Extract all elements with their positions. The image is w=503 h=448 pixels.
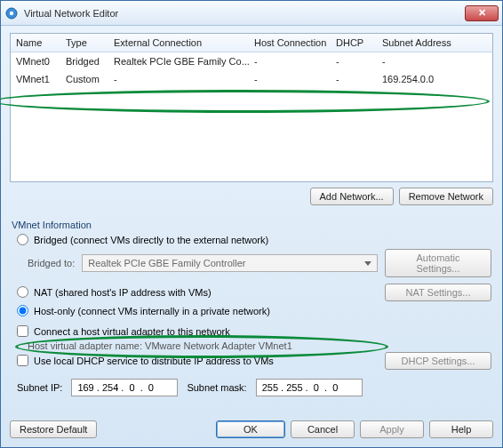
restore-default-button[interactable]: Restore Default: [10, 420, 97, 438]
dhcp-settings-button[interactable]: DHCP Settings...: [385, 352, 491, 370]
label-nat: NAT (shared host's IP address with VMs): [34, 287, 212, 298]
apply-button[interactable]: Apply: [360, 420, 424, 438]
subnet-ip-label: Subnet IP:: [17, 382, 62, 393]
label-bridged: Bridged (connect VMs directly to the ext…: [34, 235, 268, 245]
help-button[interactable]: Help: [429, 420, 493, 438]
col-subnet-address[interactable]: Subnet Address: [382, 37, 487, 48]
bridged-to-combo[interactable]: Realtek PCIe GBE Family Controller: [82, 254, 378, 272]
window-title: Virtual Network Editor: [24, 8, 465, 19]
col-dhcp[interactable]: DHCP: [336, 37, 382, 48]
cell-host: -: [254, 56, 336, 67]
cell-type: Custom: [66, 74, 114, 84]
col-name[interactable]: Name: [16, 37, 66, 48]
table-row[interactable]: VMnet0 Bridged Realtek PCIe GBE Family C…: [11, 52, 492, 70]
list-header: Name Type External Connection Host Conne…: [11, 34, 492, 52]
radio-host-only[interactable]: [17, 305, 28, 316]
col-host-connection[interactable]: Host Connection: [254, 37, 336, 48]
cell-dhcp: -: [336, 56, 382, 67]
app-icon: [4, 6, 19, 20]
host-adapter-name: Host virtual adapter name: VMware Networ…: [28, 340, 292, 351]
remove-network-button[interactable]: Remove Network: [399, 188, 493, 205]
cell-name: VMnet1: [16, 74, 66, 84]
bridged-to-label: Bridged to:: [28, 258, 75, 268]
title-bar: Virtual Network Editor ✕: [1, 1, 502, 26]
cell-name: VMnet0: [16, 56, 66, 67]
label-use-dhcp: Use local DHCP service to distribute IP …: [34, 356, 274, 366]
automatic-settings-button[interactable]: Automatic Settings...: [385, 249, 491, 277]
checkbox-use-dhcp[interactable]: [17, 355, 28, 366]
cell-ext: Realtek PCIe GBE Family Co...: [114, 56, 254, 67]
bridged-to-value: Realtek PCIe GBE Family Controller: [88, 258, 245, 268]
cell-subnet: 169.254.0.0: [382, 74, 487, 84]
cell-host: -: [254, 74, 336, 84]
nat-settings-button[interactable]: NAT Settings...: [385, 284, 491, 301]
close-icon: ✕: [478, 7, 486, 19]
cell-type: Bridged: [66, 56, 114, 67]
label-connect-host-adapter: Connect a host virtual adapter to this n…: [34, 326, 230, 337]
vmnet-information-group: VMnet Information Bridged (connect VMs d…: [10, 214, 493, 400]
radio-bridged[interactable]: [17, 234, 28, 245]
subnet-ip-input[interactable]: [71, 379, 178, 396]
close-button[interactable]: ✕: [465, 5, 499, 21]
add-network-button[interactable]: Add Network...: [310, 188, 394, 205]
radio-nat[interactable]: [17, 286, 28, 298]
ok-button[interactable]: OK: [216, 420, 285, 438]
vmnet-list[interactable]: Name Type External Connection Host Conne…: [10, 33, 493, 182]
group-title: VMnet Information: [12, 220, 491, 230]
cell-dhcp: -: [336, 74, 382, 84]
col-external-connection[interactable]: External Connection: [114, 37, 254, 48]
subnet-mask-input[interactable]: [256, 379, 363, 396]
cell-ext: -: [114, 74, 254, 84]
subnet-mask-label: Subnet mask:: [187, 382, 246, 393]
col-type[interactable]: Type: [66, 37, 114, 48]
table-row[interactable]: VMnet1 Custom - - - 169.254.0.0: [11, 70, 492, 88]
cell-subnet: -: [382, 56, 487, 67]
label-host-only: Host-only (connect VMs internally in a p…: [34, 306, 270, 316]
svg-point-1: [10, 11, 13, 14]
dialog-footer: Restore Default OK Cancel Apply Help: [1, 415, 502, 447]
checkbox-connect-host-adapter[interactable]: [17, 325, 28, 337]
cancel-button[interactable]: Cancel: [291, 420, 355, 438]
